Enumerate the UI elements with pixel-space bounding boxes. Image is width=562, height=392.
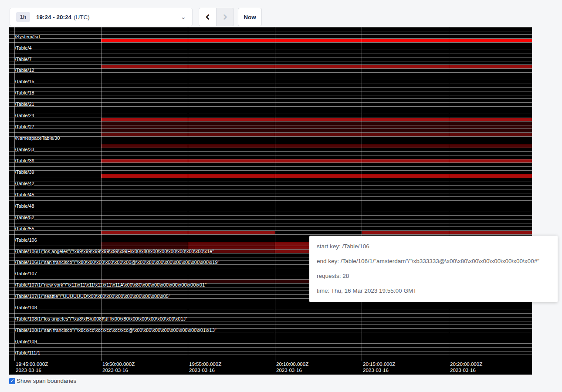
prev-time-button[interactable]: ‹	[199, 8, 217, 26]
span-boundary-line	[9, 310, 532, 310]
row-label: /Table/108/1/"san francisco"/"\x8c\xcc\x…	[15, 328, 217, 333]
axis-label: 20:15:00.000Z2023-03-16	[363, 361, 395, 373]
row-label: /Table/106/1/"los angeles"/"\x99\x99\x99…	[15, 249, 214, 254]
heat-band	[101, 122, 532, 125]
span-boundary-line	[9, 148, 532, 148]
chevron-right-icon: ›	[223, 10, 227, 23]
heat-band	[362, 231, 532, 234]
span-boundary-line	[9, 98, 532, 99]
row-label: /Table/36	[15, 158, 34, 163]
row-label: /Table/42	[15, 181, 34, 186]
span-boundary-line	[9, 91, 532, 91]
tooltip-time: time: Thu, 16 Mar 2023 19:55:00 GMT	[317, 284, 550, 298]
row-label: /System/tsd	[15, 34, 40, 39]
span-boundary-line	[9, 46, 532, 46]
time-gridline	[188, 27, 188, 358]
span-boundary-line	[9, 54, 532, 54]
span-boundary-line	[9, 204, 532, 204]
span-boundary-line	[9, 193, 532, 193]
heatmap-chart[interactable]: /System/tsd/Table/4/Table/7/Table/12/Tab…	[9, 27, 532, 375]
row-label: /Table/33	[15, 147, 34, 152]
time-zone-text: (UTC)	[74, 14, 90, 20]
show-span-boundaries-checkbox[interactable]: ✓	[9, 378, 15, 384]
axis-label: 20:10:00.000Z2023-03-16	[276, 361, 308, 373]
tooltip-start-key: start key: /Table/106	[317, 239, 550, 254]
chevron-down-icon: ⌄	[180, 14, 186, 20]
heat-band	[101, 174, 532, 178]
span-boundary-line	[9, 215, 532, 216]
span-boundary-line	[9, 110, 532, 110]
time-range-text: 19:24 - 20:24	[36, 14, 71, 20]
span-boundary-line	[9, 42, 532, 43]
now-button[interactable]: Now	[238, 8, 262, 26]
span-boundary-line	[9, 162, 532, 163]
row-label: /Table/52	[15, 215, 34, 220]
span-boundary-line	[9, 155, 532, 155]
heat-band	[101, 118, 532, 122]
axis-label: 20:20:00.000Z2023-03-16	[450, 361, 482, 373]
show-span-boundaries-label[interactable]: Show span boundaries	[17, 378, 76, 384]
span-boundary-line	[9, 340, 532, 340]
heat-band	[101, 129, 532, 132]
span-boundary-line	[9, 223, 532, 223]
span-boundary-line	[9, 343, 532, 344]
row-label: /Table/21	[15, 101, 34, 107]
span-boundary-line	[9, 87, 532, 88]
span-boundary-line	[9, 27, 532, 27]
span-boundary-line	[9, 208, 532, 208]
span-boundary-line	[9, 189, 532, 189]
span-boundary-line	[9, 185, 532, 186]
row-label: /Table/109	[15, 339, 37, 344]
span-boundary-line	[9, 102, 532, 103]
span-boundary-line	[9, 347, 532, 348]
span-boundary-line	[9, 80, 532, 80]
span-boundary-line	[9, 226, 532, 227]
row-label: /Table/4	[15, 45, 32, 51]
row-label: /Table/107	[15, 271, 37, 276]
row-label: /Table/24	[15, 113, 34, 118]
chevron-left-icon: ‹	[205, 10, 210, 23]
heat-band	[101, 65, 532, 68]
key-visualizer-page: 1h 19:24 - 20:24 (UTC) ⌄ ‹ › Now /System…	[0, 0, 562, 392]
heat-band	[101, 159, 532, 163]
heat-band	[101, 144, 532, 148]
span-boundary-line	[9, 84, 532, 84]
span-boundary-line	[9, 355, 532, 355]
heatmap-cells: /System/tsd/Table/4/Table/7/Table/12/Tab…	[9, 27, 532, 358]
time-gridline	[449, 27, 449, 358]
heat-band	[101, 125, 532, 129]
heat-band	[101, 133, 532, 136]
row-label: /Table/7	[15, 57, 32, 62]
time-gridline	[362, 27, 362, 358]
span-boundary-line	[9, 136, 532, 137]
span-boundary-line	[9, 170, 532, 171]
span-boundary-line	[9, 306, 532, 306]
time-range-selector[interactable]: 1h 19:24 - 20:24 (UTC) ⌄	[10, 8, 193, 26]
heat-band	[101, 242, 188, 246]
span-boundary-line	[9, 72, 532, 73]
row-label: /Table/106	[15, 237, 37, 243]
span-boundary-line	[9, 61, 532, 61]
heat-band	[188, 242, 275, 246]
time-gridline	[275, 27, 275, 358]
span-boundary-line	[9, 212, 532, 212]
span-boundary-line	[9, 68, 532, 69]
row-label: /Table/108/1/"los angeles"/"\xa8\xf5\u00…	[15, 316, 187, 321]
row-label: /Table/111/1	[15, 350, 40, 355]
span-boundary-line	[9, 50, 532, 50]
axis-tick	[362, 358, 362, 361]
span-boundary-line	[9, 31, 532, 31]
span-boundary-line	[9, 95, 532, 95]
span-boundary-line	[9, 219, 532, 220]
span-boundary-line	[9, 200, 532, 201]
row-label: /Table/107/1/"new york"/"\x11\x11\x11\x1…	[15, 282, 207, 287]
row-label: /Table/48	[15, 203, 34, 209]
footer: ✓ Show span boundaries	[9, 378, 76, 384]
axis-tick	[188, 358, 188, 361]
row-label: /Table/106/1/"san francisco"/"\x80\x00\x…	[15, 260, 220, 265]
span-boundary-line	[9, 324, 532, 325]
next-time-button[interactable]: ›	[216, 8, 234, 26]
axis-tick	[14, 358, 15, 361]
time-gridline	[101, 27, 102, 358]
span-boundary-line	[9, 234, 532, 235]
